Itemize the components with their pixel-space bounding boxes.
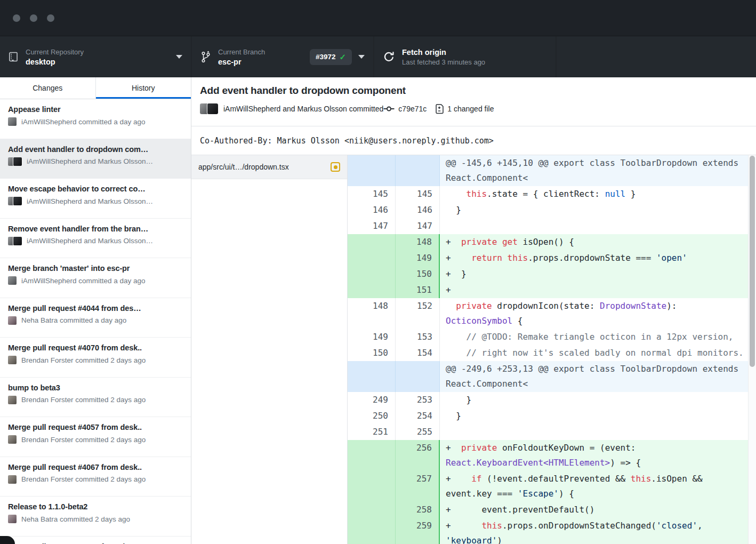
diff-line-content: +: [440, 282, 755, 298]
fetch-origin-button[interactable]: Fetch origin Last fetched 3 minutes ago: [374, 36, 556, 77]
repo-name: desktop: [26, 58, 84, 66]
history-commit-item[interactable]: Merge pull request #4050 from d…: [0, 537, 191, 544]
commit-avatars: [8, 237, 22, 245]
commit-list-title: Add event handler to dropdown com…: [8, 145, 183, 154]
old-line-number: [348, 361, 396, 392]
old-line-number: 249: [348, 392, 396, 408]
old-line-number: 149: [348, 329, 396, 345]
window-close-button[interactable]: [13, 14, 20, 22]
new-line-number: 147: [396, 218, 440, 234]
new-line-number: 150: [396, 266, 440, 282]
commit-meta-text: Brendan Forster committed 2 days ago: [21, 356, 146, 364]
diff-row-add: 151+: [348, 282, 756, 298]
diff-line-content: }: [440, 392, 755, 408]
history-commit-item[interactable]: Move escape behavior to correct co…iAmWi…: [0, 179, 191, 219]
diff-row-ctx: 251255: [348, 424, 756, 440]
old-line-number: [348, 502, 396, 518]
history-commit-item[interactable]: Merge pull request #4044 from des…Neha B…: [0, 298, 191, 338]
diff-line-content: this.state = { clientRect: null }: [440, 186, 755, 202]
toolbar: Current Repository desktop Current Branc…: [0, 36, 756, 77]
commit-list-meta: Brendan Forster committed 2 days ago: [8, 356, 183, 364]
history-commit-item[interactable]: bump to beta3Brendan Forster committed 2…: [0, 378, 191, 418]
commit-avatars: [8, 515, 17, 523]
commit-list-meta: Brendan Forster committed 2 days ago: [8, 396, 183, 404]
old-line-number: 150: [348, 345, 396, 361]
diff-scrollbar-track[interactable]: [748, 155, 756, 544]
fetch-label: Fetch origin: [402, 48, 485, 57]
new-line-number: 254: [396, 408, 440, 424]
commit-list-meta: iAmWillShepherd and Markus Olsson…: [8, 237, 183, 245]
diff-row-add: 148+ private get isOpen() {: [348, 234, 756, 250]
file-path: app/src/ui/t…/dropdown.tsx: [198, 163, 326, 171]
diff-line-content: + }: [440, 266, 755, 282]
commit-list-meta: Neha Batra committed 2 days ago: [8, 515, 183, 523]
commit-sha[interactable]: c79e71c: [398, 105, 427, 113]
commit-avatars: [8, 117, 17, 126]
history-commit-item[interactable]: Release to 1.1.0-beta2Neha Batra committ…: [0, 497, 191, 537]
commit-avatars: [8, 157, 22, 166]
diff-row-ctx: 148152 private dropdownIcon(state: Dropd…: [348, 298, 756, 329]
commit-list-title: Merge pull request #4067 from desk..: [8, 463, 183, 471]
commit-meta-text: Neha Batra committed a day ago: [21, 316, 126, 324]
branch-name: esc-pr: [218, 58, 265, 66]
new-line-number: 145: [396, 186, 440, 202]
diff-row-add: 259+ this.props.onDropdownStateChanged('…: [348, 518, 756, 544]
git-branch-icon: [200, 51, 211, 63]
commit-list-title: Merge pull request #4044 from des…: [8, 304, 183, 313]
commit-list-title: Merge pull request #4050 from d…: [8, 542, 183, 544]
avatar: [207, 103, 218, 114]
commit-avatars: [8, 475, 17, 484]
sync-icon: [383, 51, 395, 63]
history-commit-item[interactable]: Merge pull request #4067 from desk..Bren…: [0, 457, 191, 497]
commit-description: Co-Authored-By: Markus Olsson <niik@user…: [191, 126, 756, 155]
diff-row-hunk: @@ -249,6 +253,13 @@ export class Toolba…: [348, 361, 756, 392]
commit-meta-text: Brendan Forster committed 2 days ago: [21, 436, 146, 444]
diff-row-add: 258+ event.preventDefault(): [348, 502, 756, 518]
new-line-number: 149: [396, 250, 440, 266]
diff-line-content: }: [440, 202, 755, 218]
avatar: [8, 435, 17, 444]
diff-row-ctx: 149153 // @TODO: Remake triangle octicon…: [348, 329, 756, 345]
diff-row-hunk: @@ -145,6 +145,10 @@ export class Toolba…: [348, 155, 756, 186]
history-commit-item[interactable]: Merge branch 'master' into esc-priAmWill…: [0, 258, 191, 298]
old-line-number: 147: [348, 218, 396, 234]
commit-summary-header: Add event handler to dropdown component …: [191, 77, 756, 126]
history-commit-item[interactable]: Merge pull request #4057 from desk..Bren…: [0, 417, 191, 457]
avatar: [8, 117, 17, 126]
commit-meta-text: iAmWillShepherd and Markus Olsson…: [27, 157, 153, 165]
current-branch-button[interactable]: Current Branch esc-pr #3972 ✓: [192, 36, 373, 77]
history-commit-item[interactable]: Appease linteriAmWillShepherd committed …: [0, 99, 191, 139]
old-line-number: [348, 266, 396, 282]
old-line-number: [348, 471, 396, 502]
avatar: [13, 157, 22, 166]
tab-history[interactable]: History: [96, 77, 191, 99]
diff-row-ctx: 150154 // right now it's scaled badly on…: [348, 345, 756, 361]
new-line-number: 152: [396, 298, 440, 329]
window-minimize-button[interactable]: [30, 14, 37, 22]
history-commit-item[interactable]: Merge pull request #4070 from desk..Bren…: [0, 338, 191, 378]
window-zoom-button[interactable]: [47, 14, 54, 22]
file-list-item[interactable]: app/src/ui/t…/dropdown.tsx: [191, 155, 347, 179]
tab-changes[interactable]: Changes: [0, 77, 96, 99]
avatar: [8, 396, 17, 404]
current-repository-button[interactable]: Current Repository desktop: [0, 36, 191, 77]
modified-status-icon: [331, 162, 340, 172]
new-line-number: 253: [396, 392, 440, 408]
commit-avatars: [8, 396, 17, 404]
new-line-number: [396, 361, 440, 392]
diff-line-content: + private get isOpen() {: [440, 234, 755, 250]
diff-scrollbar-thumb[interactable]: [750, 156, 755, 367]
commit-meta-text: iAmWillShepherd committed a day ago: [21, 277, 146, 285]
diff-line-content: + private onFoldoutKeyDown = (event: Rea…: [440, 440, 755, 471]
commit-list-title: Merge pull request #4070 from desk..: [8, 343, 183, 352]
new-line-number: 151: [396, 282, 440, 298]
history-commit-item[interactable]: Remove event handler from the bran…iAmWi…: [0, 219, 191, 259]
chevron-down-icon: [358, 55, 365, 59]
old-line-number: [348, 440, 396, 471]
history-commit-item[interactable]: Add event handler to dropdown com…iAmWil…: [0, 139, 191, 179]
toolbar-empty-area: [557, 36, 756, 77]
commit-author-avatars: [200, 103, 218, 114]
commit-meta-text: Neha Batra committed 2 days ago: [21, 515, 130, 523]
diff-row-add: 150+ }: [348, 266, 756, 282]
sidebar: Changes History Appease linteriAmWillShe…: [0, 77, 191, 544]
